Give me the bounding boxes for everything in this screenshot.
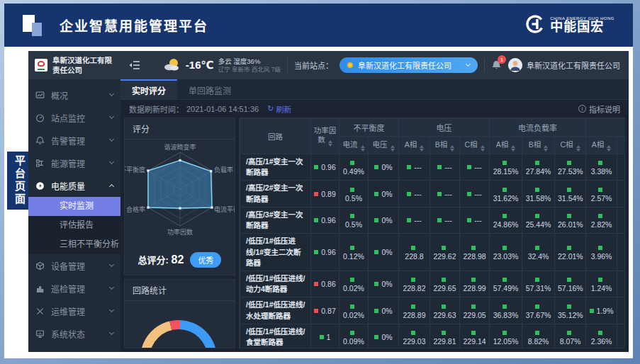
table-row[interactable]: /高压/2#变主一次断路器0.890.5%0%---------31.62%31… xyxy=(240,181,626,207)
sort-icon[interactable] xyxy=(328,140,332,147)
value-cell: 229.05 xyxy=(460,297,490,324)
brand-name: 中能国宏 xyxy=(550,21,614,34)
table-row[interactable]: /高压/1#变主一次断路器0.960.49%0%---------28.15%2… xyxy=(240,154,626,181)
col-subheader: B相 xyxy=(522,137,555,154)
notifications-button[interactable]: 1 xyxy=(491,59,502,71)
value-cell: 2.57% xyxy=(586,181,617,207)
total-score: 总评分: 82 xyxy=(138,253,184,266)
col-header-loop: 回路 xyxy=(240,119,311,154)
loop-name-cell: /低压/1#低压进线/水处理断路器 xyxy=(240,297,311,324)
sidebar-item-device[interactable]: 设备管理 xyxy=(28,254,120,277)
col-group-header: 电压 xyxy=(399,119,490,137)
value-cell: 0.02% xyxy=(339,271,369,297)
col-subheader: A相 xyxy=(399,137,430,154)
status-square-icon xyxy=(442,246,446,250)
value-cell: 36.83% xyxy=(490,297,522,324)
sort-icon[interactable] xyxy=(481,145,485,152)
device-icon xyxy=(35,261,45,271)
sidebar: 阜新汉道化工有限责任公司 概况站点监控告警管理能源管理电能质量实时监测评估报告三… xyxy=(28,51,120,352)
status-square-icon xyxy=(503,305,507,309)
value-cell: 25.44% xyxy=(522,207,555,233)
status-square-icon xyxy=(411,305,415,309)
sidebar-subitem[interactable]: 实时监测 xyxy=(28,197,120,216)
sort-icon[interactable] xyxy=(420,145,424,152)
station-select[interactable]: 阜新汉道化工有限责任公司 xyxy=(339,57,478,73)
value-cell: 0.12% xyxy=(339,234,369,271)
status-square-icon xyxy=(350,278,354,282)
collapse-sidebar-icon[interactable] xyxy=(129,60,140,70)
table-row[interactable]: /低压/1#低压进线/1#变主二次断路器0.960.12%0%228.8229.… xyxy=(240,234,626,271)
refresh-row: 数据刷新时间： 2021-01-06 14:51:36 ↻ 刷新 指标说明 xyxy=(120,100,629,118)
value-cell: 0.02% xyxy=(339,297,369,324)
indicator-help-link[interactable]: 指标说明 xyxy=(578,103,620,115)
status-square-icon xyxy=(567,161,571,165)
sort-icon[interactable] xyxy=(391,145,395,152)
chevron-down-icon xyxy=(109,307,114,312)
status-square-icon xyxy=(350,305,354,309)
user-name: 阜新汉道化工有限责任公司 xyxy=(527,59,620,71)
sidebar-subitem[interactable]: 评估报告 xyxy=(28,216,120,235)
status-square-icon xyxy=(567,214,571,218)
status-square-icon xyxy=(535,161,539,165)
info-icon xyxy=(578,105,586,113)
sidebar-item-monitor[interactable]: 站点监控 xyxy=(28,106,120,129)
sidebar-item-alarm[interactable]: 告警管理 xyxy=(28,129,120,152)
value-cell: 228.89 xyxy=(399,297,430,324)
refresh-button[interactable]: ↻ 刷新 xyxy=(267,103,291,115)
value-cell: 0% xyxy=(369,207,399,233)
value-cell: 229.62 xyxy=(430,234,460,271)
value-cell: 22.01% xyxy=(555,234,586,271)
sort-icon[interactable] xyxy=(576,145,580,152)
table-row[interactable]: /低压/1#低压进线/动力4断路器0.860.02%0%228.82229.65… xyxy=(240,271,626,297)
status-square-icon xyxy=(467,218,471,222)
sidebar-submenu: 实时监测评估报告三相不平衡分析 xyxy=(28,197,120,254)
sidebar-item-label: 告警管理 xyxy=(51,135,103,147)
notification-badge: 1 xyxy=(498,55,506,64)
sidebar-item-overview[interactable]: 概况 xyxy=(28,84,120,106)
table-row[interactable]: /高压/3#变主一次断路器0.960.5%0%---------24.86%25… xyxy=(240,207,626,233)
value-cell: 229.65 xyxy=(430,271,460,297)
status-square-icon xyxy=(503,278,507,282)
status-square-icon xyxy=(350,161,354,165)
weather-sun-cloud-icon xyxy=(163,57,181,74)
sidebar-item-label: 系统状态 xyxy=(51,328,103,340)
radar-axis-label: 不平衡度 xyxy=(125,166,145,174)
tab-active[interactable]: 实时评分 xyxy=(120,79,177,99)
status-square-icon xyxy=(350,246,354,250)
sidebar-item-ops[interactable]: 运维管理 xyxy=(28,300,120,322)
loop-name-cell: /低压/1#低压进线/动力4断路器 xyxy=(240,271,311,297)
table-row[interactable]: /低压/1#低压进线/水处理断路器0.870.02%0%228.89229.63… xyxy=(240,297,626,324)
sidebar-item-energy[interactable]: 能源管理 xyxy=(28,152,120,174)
inspect-icon xyxy=(35,284,45,293)
sort-icon[interactable] xyxy=(361,145,365,152)
score-panel: 评分 谐波畸变率负载率电流平衡功率因数合格率不平衡度 总评分: 82 优秀 xyxy=(124,118,235,275)
sort-icon[interactable] xyxy=(544,145,548,152)
sidebar-item-system[interactable]: 系统状态 xyxy=(28,322,120,345)
tab-bar: 实时评分单回路监测 xyxy=(120,79,629,100)
value-cell: 0% xyxy=(369,271,399,297)
value-cell: 31.54% xyxy=(555,181,586,207)
value-cell: 229.14 xyxy=(460,324,490,348)
col-subheader: 电压 xyxy=(369,137,399,154)
chevron-down-icon xyxy=(109,114,114,119)
sort-icon[interactable] xyxy=(511,145,515,152)
col-subheader: A相 xyxy=(490,137,522,154)
status-square-icon xyxy=(314,192,318,196)
sidebar-subitem[interactable]: 三相不平衡分析 xyxy=(28,235,120,254)
sort-icon[interactable] xyxy=(607,145,611,152)
status-square-icon xyxy=(437,218,442,222)
sidebar-item-inspect[interactable]: 巡检管理 xyxy=(28,277,120,300)
avatar[interactable] xyxy=(508,58,522,72)
value-cell xyxy=(617,207,625,233)
sort-icon[interactable] xyxy=(450,145,454,152)
status-square-icon xyxy=(350,188,354,192)
value-cell: 57.31% xyxy=(522,271,555,297)
value-cell: 24.86% xyxy=(490,207,522,233)
tab-inactive[interactable]: 单回路监测 xyxy=(177,79,242,99)
value-cell: 8.07% xyxy=(555,324,586,348)
value-cell: 1 xyxy=(311,324,339,348)
sidebar-item-quality[interactable]: 电能质量 xyxy=(28,174,120,197)
value-cell: 1.24% xyxy=(586,271,617,297)
table-row[interactable]: /低压/1#低压进线/食堂断路器10.09%0%229.03229.81229.… xyxy=(240,324,626,348)
value-cell: 3.96% xyxy=(586,234,617,271)
